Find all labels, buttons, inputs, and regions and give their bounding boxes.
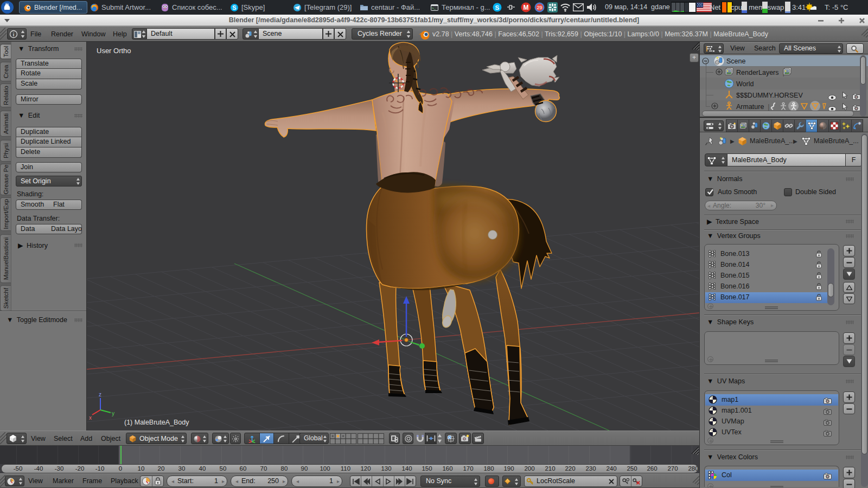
svg-text:>_: >_ — [432, 7, 436, 10]
svg-text:i: i — [13, 32, 15, 37]
svg-text:y: y — [112, 410, 114, 416]
svg-text:x: x — [89, 415, 92, 421]
svg-text:M: M — [524, 4, 529, 11]
svg-text:S: S — [495, 4, 500, 11]
svg-text:S: S — [232, 4, 236, 11]
svg-text:z: z — [99, 391, 101, 397]
svg-text:29: 29 — [537, 5, 542, 10]
